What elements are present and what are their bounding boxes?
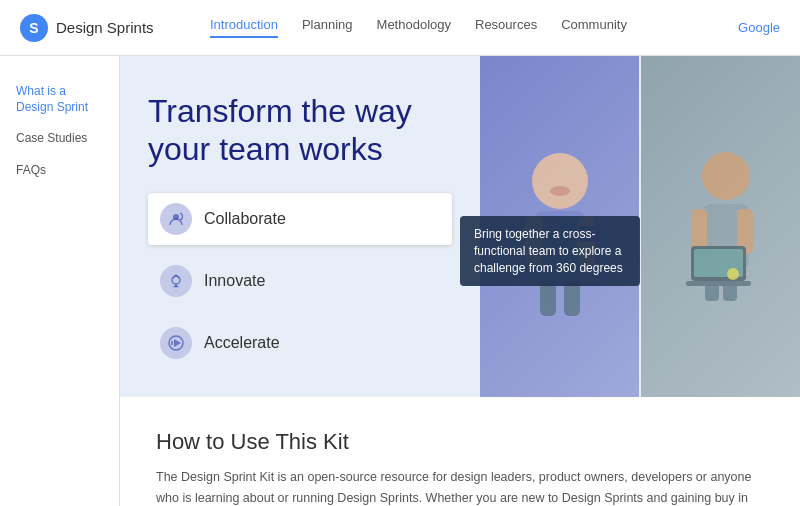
nav-links: Introduction Planning Methodology Resour… [210,17,738,38]
collaborate-icon [160,203,192,235]
sidebar: What is a Design Sprint Case Studies FAQ… [0,56,120,506]
hero-item-innovate-label: Innovate [204,272,265,290]
hero-item-collaborate[interactable]: Collaborate [148,193,452,245]
logo-text: Design Sprints [56,19,154,36]
nav-link-resources[interactable]: Resources [475,17,537,38]
hero-title: Transform the way your team works [148,92,452,169]
svg-rect-12 [564,281,580,316]
how-section: How to Use This Kit The Design Sprint Ki… [120,397,800,506]
sidebar-item-case-studies[interactable]: Case Studies [12,123,107,155]
main-layout: What is a Design Sprint Case Studies FAQ… [0,56,800,506]
accelerate-icon [160,327,192,359]
svg-point-13 [550,186,570,196]
hero-tooltip: Bring together a cross-functional team t… [460,216,640,286]
svg-rect-11 [540,281,556,316]
svg-marker-5 [174,339,181,347]
innovate-icon [160,265,192,297]
google-button[interactable]: Google [738,20,780,35]
header: S Design Sprints Introduction Planning M… [0,0,800,56]
hero-image-2 [641,56,800,397]
nav-link-introduction[interactable]: Introduction [210,17,278,38]
main-content: Transform the way your team works Collab… [120,56,800,506]
how-section-title: How to Use This Kit [156,429,764,455]
sidebar-item-faqs[interactable]: FAQs [12,155,107,187]
nav-link-community[interactable]: Community [561,17,627,38]
svg-point-26 [727,268,739,280]
svg-point-7 [532,153,588,209]
svg-rect-25 [686,281,751,286]
hero-items: Collaborate Innovate Acceler [148,193,452,369]
logo-area: S Design Sprints [20,14,180,42]
logo-icon: S [20,14,48,42]
hero-item-accelerate[interactable]: Accelerate [148,317,452,369]
hero-section: Transform the way your team works Collab… [120,56,800,397]
hero-item-collaborate-label: Collaborate [204,210,286,228]
hero-item-accelerate-label: Accelerate [204,334,280,352]
svg-point-17 [702,152,750,200]
hero-item-innovate[interactable]: Innovate [148,255,452,307]
hero-left: Transform the way your team works Collab… [120,56,480,397]
nav-link-methodology[interactable]: Methodology [377,17,451,38]
sidebar-item-what-is-sprint[interactable]: What is a Design Sprint [12,76,107,123]
how-section-text: The Design Sprint Kit is an open-source … [156,467,764,506]
nav-link-planning[interactable]: Planning [302,17,353,38]
